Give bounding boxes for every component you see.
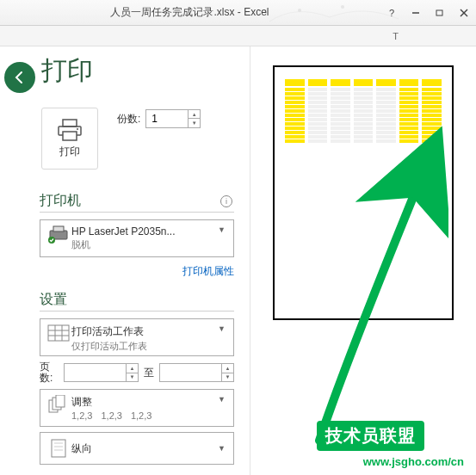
portrait-icon	[46, 439, 71, 458]
print-button[interactable]: 打印	[41, 108, 98, 170]
chevron-down-icon: ▼	[218, 444, 228, 453]
info-icon[interactable]: i	[220, 195, 232, 207]
back-button[interactable]	[4, 62, 35, 93]
copies-spinner[interactable]: 1 ▲▼	[145, 109, 201, 128]
svg-point-1	[341, 5, 344, 9]
print-scope-selector[interactable]: 打印活动工作表 仅打印活动工作表 ▼	[40, 318, 234, 356]
svg-rect-21	[56, 395, 65, 407]
printer-selector[interactable]: HP LaserJet P2035n... 脱机 ▼	[40, 219, 234, 257]
page-from-input[interactable]: ▲▼	[64, 363, 139, 382]
svg-rect-9	[63, 132, 77, 140]
collate-icon	[46, 395, 71, 414]
collate-main-label: 调整	[71, 395, 218, 410]
collate-selector[interactable]: 调整 1,2,3 1,2,3 1,2,3 ▼	[40, 389, 234, 427]
svg-rect-4	[436, 10, 442, 15]
svg-rect-7	[63, 120, 77, 126]
scope-sub-label: 仅打印活动工作表	[71, 340, 218, 353]
divider	[40, 212, 234, 213]
settings-section-title: 设置	[40, 291, 67, 309]
orientation-selector[interactable]: 纵向 ▼	[40, 432, 234, 465]
svg-rect-12	[53, 226, 64, 231]
orientation-label: 纵向	[71, 441, 218, 456]
printer-name: HP LaserJet P2035n...	[71, 225, 218, 238]
copies-label: 份数:	[117, 112, 140, 126]
close-button[interactable]	[452, 3, 476, 23]
pages-to-label: 至	[144, 366, 154, 380]
svg-point-0	[298, 9, 301, 12]
quick-access-label: T	[393, 31, 399, 41]
chevron-down-icon: ▼	[218, 324, 228, 333]
printer-device-icon	[46, 225, 71, 244]
divider	[40, 311, 234, 312]
print-button-label: 打印	[59, 145, 80, 159]
printer-section-title: 打印机	[40, 192, 81, 210]
svg-rect-22	[52, 440, 65, 457]
scope-main-label: 打印活动工作表	[71, 324, 218, 339]
page-preview	[273, 65, 454, 320]
ribbon-subbar: T	[0, 26, 476, 46]
print-settings-panel: 打印 打印 份数: 1 ▲▼ 打印机 i	[40, 46, 250, 475]
spinner-down-icon[interactable]: ▼	[189, 119, 200, 127]
chevron-down-icon: ▼	[218, 225, 228, 234]
page-title: 打印	[41, 53, 234, 89]
printer-icon	[55, 118, 84, 142]
printer-properties-link[interactable]: 打印机属性	[182, 265, 234, 277]
svg-point-10	[77, 128, 78, 130]
worksheet-icon	[46, 324, 71, 342]
titlebar: 人员一周任务完成记录.xlsx - Excel ?	[0, 0, 476, 26]
print-preview-panel	[250, 46, 476, 475]
pages-label: 页数:	[40, 361, 59, 384]
backstage-nav	[0, 46, 40, 475]
copies-value: 1	[146, 113, 188, 125]
printer-status: 脱机	[71, 238, 218, 251]
svg-rect-14	[48, 325, 69, 341]
chevron-down-icon: ▼	[218, 395, 228, 404]
spinner-up-icon[interactable]: ▲	[189, 110, 200, 119]
page-to-input[interactable]: ▲▼	[159, 363, 234, 382]
